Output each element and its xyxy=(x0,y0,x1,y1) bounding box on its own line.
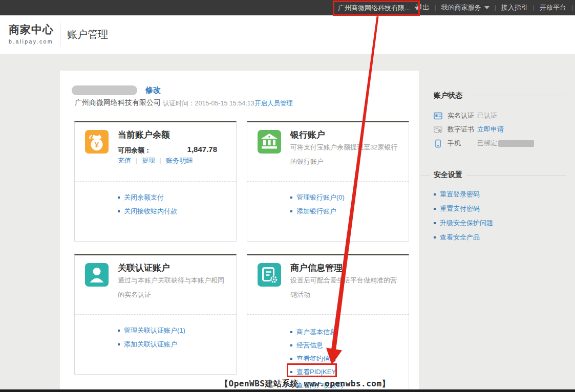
upgrade-security-question-link[interactable]: 升级安全保护问题 xyxy=(440,219,493,227)
bullet-icon xyxy=(118,330,120,332)
company-name: 广州商微网络科技有限公司 xyxy=(75,98,161,107)
card-title: 银行账户 xyxy=(290,129,325,141)
action-separator: | xyxy=(136,157,137,164)
company-separator: | xyxy=(155,99,157,106)
card-linked-accounts: 关联认证账户 通过与本账户关联获得与本账户相同的实名认证 管理关联认证账户(1)… xyxy=(74,254,237,375)
card-description: 可将支付宝账户余额提现至32家银行的银行账户 xyxy=(290,140,400,169)
add-bank-account-link[interactable]: 添加银行账户 xyxy=(296,207,336,215)
reset-pay-password-link[interactable]: 重置支付密码 xyxy=(440,205,480,212)
status-item-label: 数字证书 xyxy=(448,125,477,134)
bullet-icon xyxy=(434,193,436,195)
certification-time-label: 认证时间： xyxy=(163,100,195,107)
page-title: 账户管理 xyxy=(67,28,108,41)
account-detail-link[interactable]: 账务明细 xyxy=(166,156,193,165)
bullet-icon xyxy=(434,208,436,210)
withdraw-link[interactable]: 提现 xyxy=(142,156,155,165)
topbar-separator: | xyxy=(571,4,573,11)
bullet-icon xyxy=(290,210,292,212)
merchant-services-menu[interactable]: 我的商家服务 xyxy=(436,3,495,12)
bullet-icon xyxy=(434,236,436,238)
view-security-products-link[interactable]: 查看安全产品 xyxy=(440,233,480,241)
view-pid-key-link[interactable]: 查看PID|KEY xyxy=(296,368,336,376)
balance-actions: 充值 | 提现 | 账务明细 xyxy=(118,156,193,165)
manage-bank-accounts-link[interactable]: 管理银行账户(0) xyxy=(296,193,345,201)
merchant-center-page: 广州商微网络科技有限... 退出 | 我的商家服务 | 接入指引 | 开放平台 … xyxy=(0,0,575,392)
bullet-icon xyxy=(118,343,120,345)
status-item-realname: 实名认证 已认证 xyxy=(434,111,497,121)
available-balance-label: 可用余额： xyxy=(118,146,151,155)
account-dropdown-label: 广州商微网络科技有限... xyxy=(338,4,410,13)
status-item-phone: 手机 已绑定 xyxy=(434,138,534,148)
available-balance-value: 1,847.78 xyxy=(152,145,217,154)
close-balance-pay-link[interactable]: 关闭余额支付 xyxy=(124,193,164,201)
card-divider xyxy=(247,181,409,182)
money-bag-icon: ¥ xyxy=(85,130,109,154)
merchant-services-label: 我的商家服务 xyxy=(441,3,481,12)
action-separator: | xyxy=(160,157,161,164)
merchant-basic-info-link[interactable]: 商户基本信息 xyxy=(296,328,336,336)
card-divider xyxy=(75,314,236,315)
certification-time: 认证时间：2015-05-15 15:54:13 xyxy=(163,99,254,108)
reset-login-password-link[interactable]: 重置登录密码 xyxy=(440,190,480,198)
logo-domain: b.alipay.com xyxy=(9,38,54,45)
view-contract-info-link[interactable]: 查看签约信息 xyxy=(296,355,336,362)
id-card-icon xyxy=(434,112,442,120)
user-icon xyxy=(85,263,109,287)
header: 商家中心 b.alipay.com 账户管理 xyxy=(0,15,575,54)
certification-time-value: 2015-05-15 15:54:13 xyxy=(195,100,254,107)
bullet-icon xyxy=(290,197,292,199)
redacted-phone-number xyxy=(498,140,534,147)
svg-text:¥: ¥ xyxy=(95,140,99,149)
card-title: 关联认证账户 xyxy=(118,262,170,274)
bullet-icon xyxy=(290,331,292,333)
edit-account-link[interactable]: 修改 xyxy=(145,85,161,95)
status-item-value: 已绑定 xyxy=(477,139,497,148)
card-merchant-info: 商户信息管理 设置后可配合爱生活平台做精准的营销活动 商户基本信息 经营信息 查… xyxy=(247,254,409,392)
staff-management-link[interactable]: 开启人员管理 xyxy=(254,99,293,108)
header-divider xyxy=(60,23,60,47)
status-item-label: 实名认证 xyxy=(448,111,477,120)
account-status-title: 账户状态 xyxy=(420,91,566,100)
account-dropdown[interactable]: 广州商微网络科技有限... xyxy=(334,1,419,15)
apply-certificate-link[interactable]: 立即申请 xyxy=(477,125,504,134)
access-guide-link[interactable]: 接入指引 xyxy=(496,3,533,12)
status-item-label: 手机 xyxy=(448,139,477,148)
bullet-icon xyxy=(290,371,292,373)
bullet-icon xyxy=(118,197,120,199)
card-divider xyxy=(75,181,236,182)
logout-link[interactable]: 退出 xyxy=(411,3,435,12)
close-onsite-payment-link[interactable]: 关闭接收站内付款 xyxy=(124,207,177,215)
business-info-link[interactable]: 经营信息 xyxy=(296,341,323,349)
open-platform-link[interactable]: 开放平台 xyxy=(535,3,571,12)
security-links: 重置登录密码 重置支付密码 升级安全保护问题 查看安全产品 xyxy=(434,187,493,245)
recharge-link[interactable]: 充值 xyxy=(118,156,131,165)
document-gear-icon xyxy=(258,263,281,287)
bullet-icon xyxy=(290,344,292,346)
security-settings-title: 安全设置 xyxy=(420,170,566,180)
chevron-down-icon xyxy=(484,6,489,9)
status-item-certificate: 数字证书 立即申请 xyxy=(434,124,504,135)
logo-title: 商家中心 xyxy=(9,23,54,37)
bottom-edge-bar xyxy=(0,389,575,392)
redacted-account-name xyxy=(72,85,137,95)
manage-linked-accounts-link[interactable]: 管理关联认证账户(1) xyxy=(124,326,185,334)
card-description: 设置后可配合爱生活平台做精准的营销活动 xyxy=(290,273,400,302)
watermark: 【OpenWBS建站系统 www.openwbs.com】 xyxy=(220,379,390,389)
add-linked-account-link[interactable]: 添加关联认证账户 xyxy=(124,340,177,348)
card-bank-account: 银行账户 可将支付宝账户余额提现至32家银行的银行账户 管理银行账户(0) 添加… xyxy=(247,121,409,242)
card-account-balance: ¥ 当前账户余额 可用余额： 1,847.78 充值 | 提现 | 账务明细 关… xyxy=(74,121,237,242)
phone-icon xyxy=(434,139,442,148)
merchant-center-logo: 商家中心 b.alipay.com xyxy=(9,23,54,45)
topbar: 广州商微网络科技有限... 退出 | 我的商家服务 | 接入指引 | 开放平台 … xyxy=(0,0,575,15)
status-item-value: 已认证 xyxy=(477,111,497,120)
bullet-icon xyxy=(434,222,436,224)
card-title: 商户信息管理 xyxy=(290,262,343,274)
card-title: 当前账户余额 xyxy=(118,129,170,141)
bank-icon xyxy=(258,130,281,154)
certificate-icon xyxy=(434,125,442,134)
bullet-icon xyxy=(118,210,120,212)
card-description: 通过与本账户关联获得与本账户相同的实名认证 xyxy=(118,273,227,302)
card-divider xyxy=(247,314,409,315)
bullet-icon xyxy=(290,358,292,360)
